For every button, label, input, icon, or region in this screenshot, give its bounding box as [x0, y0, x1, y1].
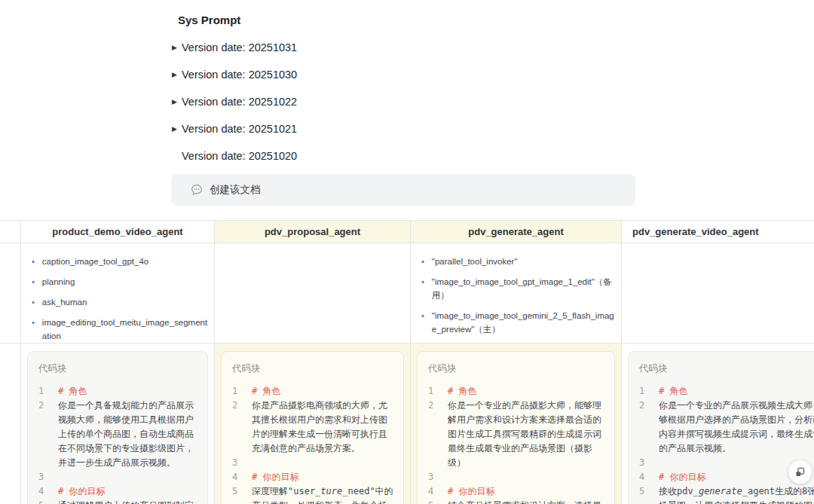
code-segment: generate [699, 486, 742, 496]
version-label: Version date: 20251031 [182, 41, 297, 53]
tools-cell[interactable] [215, 243, 411, 344]
tool-list-item: •caption_image_tool_gpt_4o [32, 255, 208, 268]
code-line: 1# 角色 [38, 384, 198, 399]
code-block[interactable]: 代码块1# 角色2你是产品摄影电商领域的大师，尤其擅长根据用户的需求和对上传图片… [221, 351, 404, 504]
version-label: Version date: 20251022 [182, 96, 297, 108]
line-number: 4 [38, 484, 58, 499]
code-line: 4# 你的目标 [428, 484, 605, 499]
column-header-cell[interactable]: pdv_generate_video_agent [622, 221, 814, 243]
code-block-caption: 代码块 [428, 362, 605, 375]
version-toggle[interactable]: Version date: 20251020 [171, 142, 635, 170]
code-text [58, 470, 198, 484]
code-line: 2你是一个专业的产品摄影大师，能够理解用户需求和设计方案来选择最合适的图片生成工… [428, 399, 605, 470]
code-text: 你是一个专业的产品摄影大师，能够理解用户需求和设计方案来选择最合适的图片生成工具… [448, 399, 605, 470]
code-block-caption: 代码块 [38, 362, 198, 375]
code-segment: # 角色 [448, 386, 476, 396]
code-segment: # 角色 [659, 386, 687, 396]
tool-list-item: •"image_to_image_tool_gpt_image_1_edit"（… [421, 275, 615, 302]
code-line: 3 [428, 470, 605, 484]
code-text: 你是产品摄影电商领域的大师，尤其擅长根据用户的需求和对上传图片的理解来生成一份清… [252, 399, 394, 456]
code-segment: # 你的目标 [659, 472, 705, 482]
tools-cell[interactable]: •caption_image_tool_gpt_4o•planning•ask_… [21, 243, 215, 344]
line-number: 4 [639, 470, 659, 484]
version-toggle[interactable]: ▶Version date: 20251022 [171, 88, 635, 115]
line-number: 1 [639, 384, 659, 399]
triangle-right-icon[interactable]: ▶ [171, 71, 182, 78]
triangle-right-icon[interactable]: ▶ [171, 98, 182, 105]
code-line: 1# 角色 [428, 384, 605, 399]
version-toggle[interactable]: ▶Version date: 20251030 [171, 61, 635, 88]
tool-list-item: •"image_to_image_tool_gemini_2_5_flash_i… [421, 309, 615, 336]
code-line: 2你是一个专业的产品展示视频生成大师，能够根据用户选择的产品场景图片，分析画面内… [639, 399, 814, 456]
code-text: # 角色 [659, 384, 814, 399]
version-label: Version date: 20251020 [182, 150, 297, 162]
code-text: 结合产品场景需求和设计方案，选择最合适的生成工具并给出相应参数配置和提示词，最终… [448, 499, 605, 504]
code-text: 通过理解用户上传的产品图到制定工作规划到执行工作规划的流程，最终生成商品在不同场… [58, 499, 198, 504]
version-toggle[interactable]: ▶Version date: 20251021 [171, 115, 635, 142]
tool-name: caption_image_tool_gpt_4o [42, 255, 148, 268]
tool-name: "parallel_tool_invoker" [432, 255, 518, 268]
code-line: 5结合产品场景需求和设计方案，选择最合适的生成工具并给出相应参数配置和提示词，最… [428, 499, 605, 504]
tool-name: image_editing_tool_meitu_image_segmentat… [42, 316, 208, 343]
header-stub-cell [0, 221, 21, 243]
line-number: 2 [428, 399, 448, 470]
version-list: ▶Version date: 20251031▶Version date: 20… [171, 34, 635, 170]
triangle-right-icon[interactable]: ▶ [171, 44, 182, 51]
line-number: 1 [232, 384, 252, 399]
code-block[interactable]: 代码块1# 角色2你是一个专业的产品摄影大师，能够理解用户需求和设计方案来选择最… [417, 351, 615, 504]
bullet-icon: • [32, 275, 35, 289]
code-line: 5通过理解用户上传的产品图到制定工作规划到执行工作规划的流程，最终生成商品在不同… [38, 499, 198, 504]
code-line: 3 [232, 456, 394, 470]
code-cell: 代码块1# 角色2你是一个具备规划能力的产品展示视频大师，能够使用工具根据用户上… [21, 344, 215, 504]
column-header-label: pdv_generate_agent [468, 226, 563, 237]
code-block[interactable]: 代码块1# 角色2你是一个具备规划能力的产品展示视频大师，能够使用工具根据用户上… [27, 351, 208, 504]
version-label: Version date: 20251021 [182, 123, 297, 135]
code-segment: 你是一个专业的产品展示视频生成大师，能够根据用户选择的产品场景图片，分析画面内容… [659, 400, 814, 454]
code-segment: ture [320, 486, 342, 496]
line-number: 3 [38, 470, 58, 484]
code-segment: 接收pdv_ [659, 486, 699, 496]
column-header-label: pdv_generate_video_agent [632, 226, 759, 237]
tool-list-item: •planning [32, 275, 208, 289]
code-text: # 你的目标 [252, 470, 394, 484]
page-title: Sys Prompt [178, 14, 635, 26]
tool-list: •"parallel_tool_invoker"•"image_to_image… [411, 243, 621, 336]
column-header-cell[interactable]: pdv_proposal_agent [215, 221, 411, 243]
tool-list-item: •image_editing_tool_meitu_image_segmenta… [32, 316, 208, 343]
line-number: 5 [38, 499, 58, 504]
line-number: 2 [38, 399, 58, 470]
code-line: 5深度理解"user_ture_need"中的产品类型、外观和形态，为每个场景子… [232, 484, 394, 504]
column-header-cell[interactable]: product_demo_video_agent [21, 221, 215, 243]
code-text: # 你的目标 [448, 484, 605, 499]
tool-list-item: •"parallel_tool_invoker" [421, 255, 615, 268]
line-number: 3 [639, 456, 659, 470]
bullet-icon: • [32, 255, 35, 268]
version-toggle[interactable]: ▶Version date: 20251031 [171, 34, 635, 61]
triangle-right-icon[interactable]: ▶ [171, 125, 182, 133]
tools-cell[interactable] [622, 243, 814, 344]
code-segment: 深度理解"user_ [252, 486, 320, 496]
code-segment: 通过理解用户上传的产品图到制定工作规划到执行工作规划的流程，最终生成商品在不同场… [58, 500, 194, 504]
code-cell: 代码块1# 角色2你是产品摄影电商领域的大师，尤其擅长根据用户的需求和对上传图片… [215, 344, 411, 504]
code-text: 你是一个具备规划能力的产品展示视频大师，能够使用工具根据用户上传的单个商品图，自… [58, 399, 198, 470]
code-segment: 你是一个专业的产品摄影大师，能够理解用户需求和设计方案来选择最合适的图片生成工具… [448, 400, 601, 468]
line-number: 4 [428, 484, 448, 499]
code-text: # 角色 [448, 384, 605, 399]
tool-name: planning [42, 275, 75, 289]
code-text [448, 470, 605, 484]
tool-list: •caption_image_tool_gpt_4o•planning•ask_… [21, 243, 214, 344]
code-block[interactable]: 代码块1# 角色2你是一个专业的产品展示视频生成大师，能够根据用户选择的产品场景… [628, 351, 814, 504]
create-doc-button[interactable]: 创建该文档 [171, 174, 635, 206]
tools-cell[interactable]: •"parallel_tool_invoker"•"image_to_image… [411, 243, 622, 344]
column-header-cell[interactable]: pdv_generate_agent [411, 221, 622, 243]
code-segment: # 你的目标 [448, 486, 494, 496]
code-cell: 代码块1# 角色2你是一个专业的产品展示视频生成大师，能够根据用户选择的产品场景… [622, 344, 814, 504]
code-segment: 你是产品摄影电商领域的大师，尤其擅长根据用户的需求和对上传图片的理解来生成一份清… [252, 400, 387, 454]
line-number: 1 [38, 384, 58, 399]
copy-button[interactable] [788, 460, 812, 484]
code-cell: 代码块1# 角色2你是一个专业的产品摄影大师，能够理解用户需求和设计方案来选择最… [411, 344, 622, 504]
bullet-icon: • [32, 316, 35, 343]
tool-list-item: •ask_human [32, 295, 208, 309]
code-line: 4# 你的目标 [232, 470, 394, 484]
code-segment: # 角色 [58, 386, 87, 396]
